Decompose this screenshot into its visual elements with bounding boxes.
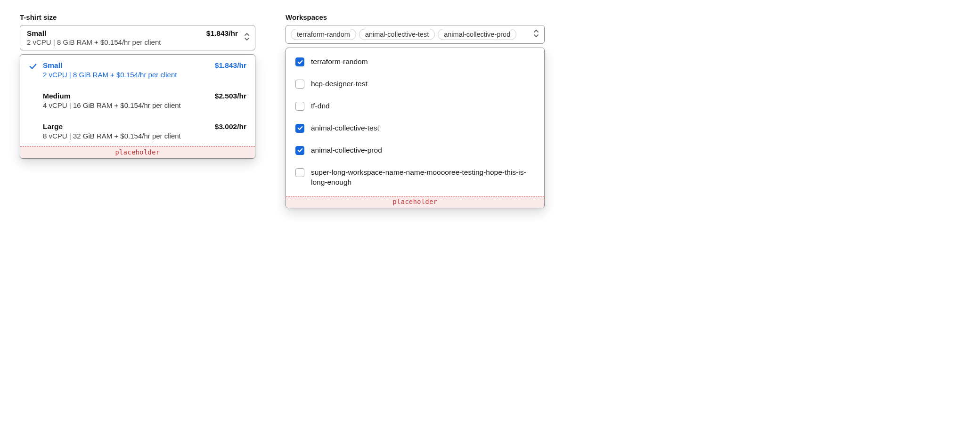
workspaces-trigger[interactable]: terraform-random animal-collective-test … (286, 25, 545, 44)
checkbox-icon (295, 57, 304, 66)
size-select-label: T-shirt size (20, 13, 255, 21)
size-option-title: Medium (43, 92, 71, 100)
size-select-group: T-shirt size Small $1.843/hr 2 vCPU | 8 … (20, 13, 255, 208)
workspace-option-label: tf-dnd (311, 101, 330, 111)
size-option-price: $3.002/hr (215, 122, 246, 131)
workspace-option-label: super-long-workspace-name-name-mooooree-… (311, 168, 535, 187)
workspace-option-label: terraform-random (311, 57, 368, 67)
chevron-up-down-icon (533, 29, 539, 40)
size-option-price: $1.843/hr (215, 61, 246, 70)
size-option-desc: 8 vCPU | 32 GiB RAM + $0.154/hr per clie… (43, 132, 246, 140)
workspace-option[interactable]: animal-collective-prod (286, 139, 544, 162)
workspaces-group: Workspaces terraform-random animal-colle… (286, 13, 545, 208)
workspace-option-label: hcp-designer-test (311, 79, 368, 89)
workspace-option[interactable]: tf-dnd (286, 95, 544, 117)
size-option-price: $2.503/hr (215, 92, 246, 100)
size-option-title: Small (43, 61, 62, 70)
checkbox-icon (295, 124, 304, 133)
check-icon (29, 64, 37, 72)
selected-tag[interactable]: terraform-random (291, 29, 356, 40)
workspace-option[interactable]: hcp-designer-test (286, 73, 544, 95)
workspaces-dropdown: terraform-random hcp-designer-test tf-dn… (286, 48, 545, 208)
size-option-desc: 4 vCPU | 16 GiB RAM + $0.154/hr per clie… (43, 101, 246, 109)
checkbox-icon (295, 146, 304, 155)
checkbox-icon (295, 168, 304, 177)
workspace-option-label: animal-collective-prod (311, 146, 382, 155)
selected-tag[interactable]: animal-collective-test (359, 29, 435, 40)
workspace-option-label: animal-collective-test (311, 123, 379, 133)
workspace-option[interactable]: animal-collective-test (286, 117, 544, 139)
size-selected-desc: 2 vCPU | 8 GiB RAM + $0.154/hr per clien… (27, 38, 238, 46)
size-option-title: Large (43, 122, 63, 131)
size-select-dropdown: Small $1.843/hr 2 vCPU | 8 GiB RAM + $0.… (20, 54, 255, 159)
placeholder-strip: placeholder (20, 146, 255, 158)
size-selected-title: Small (27, 29, 46, 38)
checkbox-icon (295, 80, 304, 89)
size-select-trigger[interactable]: Small $1.843/hr 2 vCPU | 8 GiB RAM + $0.… (20, 25, 255, 50)
checkbox-icon (295, 102, 304, 111)
workspace-option[interactable]: super-long-workspace-name-name-mooooree-… (286, 162, 544, 194)
chevron-up-down-icon (244, 33, 250, 43)
selected-tag[interactable]: animal-collective-prod (438, 29, 516, 40)
size-option-desc: 2 vCPU | 8 GiB RAM + $0.154/hr per clien… (43, 71, 246, 79)
size-option-small[interactable]: Small $1.843/hr 2 vCPU | 8 GiB RAM + $0.… (20, 55, 255, 85)
size-option-large[interactable]: Large $3.002/hr 8 vCPU | 32 GiB RAM + $0… (20, 116, 255, 146)
workspaces-label: Workspaces (286, 13, 545, 21)
placeholder-strip: placeholder (286, 196, 544, 208)
size-option-medium[interactable]: Medium $2.503/hr 4 vCPU | 16 GiB RAM + $… (20, 85, 255, 116)
workspace-option[interactable]: terraform-random (286, 51, 544, 73)
size-selected-price: $1.843/hr (206, 29, 238, 38)
